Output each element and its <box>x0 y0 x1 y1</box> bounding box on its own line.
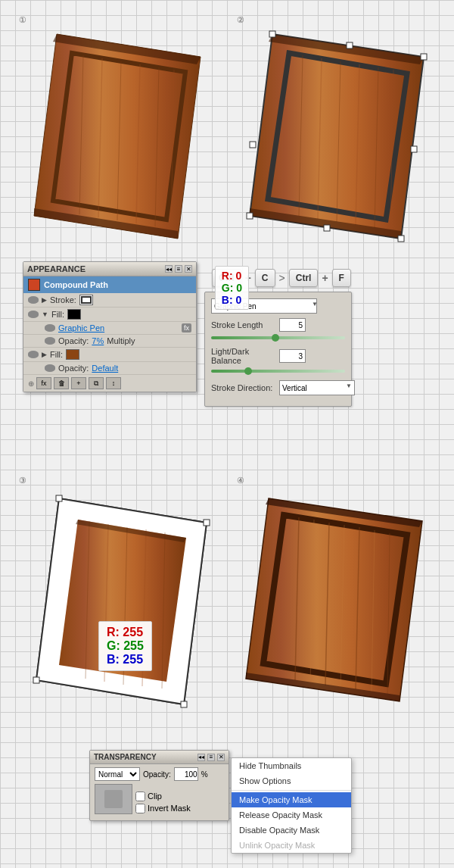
opacity-row-2: Opacity: Default <box>23 362 196 375</box>
menu-hide-thumbnails[interactable]: Hide Thumbnails <box>232 758 351 773</box>
trans-menu-btn[interactable]: ≡ <box>207 754 215 761</box>
svg-rect-41 <box>181 701 187 707</box>
panel-footer: ⊕ fx 🗑 + ⧉ ↕ <box>23 375 196 392</box>
move-btn[interactable]: ↕ <box>106 377 121 389</box>
wood-panel-2 <box>235 27 439 246</box>
trans-opacity-input[interactable] <box>174 767 198 781</box>
menu-divider-1 <box>232 790 351 791</box>
opacity-eye-icon-2[interactable] <box>45 364 55 372</box>
panel-controls: ◂◂ ≡ ✕ <box>165 265 192 273</box>
gp-stroke-length-row: Stroke Length <box>211 318 345 332</box>
opacity-value-1[interactable]: 7% <box>92 336 104 345</box>
gp-stroke-direction-wrap[interactable]: Vertical Horizontal Right Diagonal Left … <box>279 380 355 395</box>
trans-close-btn[interactable]: ✕ <box>217 754 225 761</box>
compound-path-swatch <box>28 279 40 291</box>
svg-rect-23 <box>247 213 253 219</box>
compound-path-label: Compound Path <box>44 280 108 289</box>
graphic-pen-link[interactable]: Graphic Pen <box>58 323 104 333</box>
opacity-row-1: Opacity: 7% Multiply <box>23 335 196 348</box>
section-4-num: ④ <box>237 476 244 486</box>
footer-drag-handle[interactable]: ⊕ <box>28 377 34 389</box>
clip-label: Clip <box>148 792 162 801</box>
panel-minimize-btn[interactable]: ◂◂ <box>165 265 173 273</box>
panel-menu-btn[interactable]: ≡ <box>175 265 182 273</box>
trans-minimize-btn[interactable]: ◂◂ <box>197 754 205 761</box>
gp-stroke-direction-row: Stroke Direction: Vertical Horizontal Ri… <box>211 380 345 395</box>
fill-label-1: Fill: <box>51 310 64 319</box>
svg-rect-42 <box>33 677 39 683</box>
trans-thumb-1 <box>95 784 132 814</box>
svg-rect-26 <box>250 142 256 148</box>
appearance-panel: APPEARANCE ◂◂ ≡ ✕ Compound Path R: 0 G: … <box>23 261 197 392</box>
menu-make-opacity-mask[interactable]: Make Opacity Mask <box>232 792 351 807</box>
gp-light-dark-thumb[interactable] <box>244 367 252 375</box>
fill-swatch-black <box>67 309 81 320</box>
wood-panel-3 <box>21 491 214 714</box>
transparency-panel: TRANSPARENCY ◂◂ ≡ ✕ Normal Multiply Scre… <box>89 750 229 821</box>
fill-row-1: ▼ Fill: <box>23 308 196 322</box>
stroke-arrow[interactable]: ▶ <box>42 296 47 304</box>
panel-close-btn[interactable]: ✕ <box>185 265 192 273</box>
multiply-mode: Multiply <box>107 336 135 345</box>
rgb-r-1: R: 0 <box>222 270 242 282</box>
svg-rect-39 <box>56 495 62 501</box>
rgb-b-2: B: 255 <box>107 653 144 667</box>
rgb-g-2: G: 255 <box>107 639 144 653</box>
svg-rect-25 <box>411 146 417 152</box>
rgb-box-2: R: 255 G: 255 B: 255 <box>98 621 152 671</box>
trans-mode-select[interactable]: Normal Multiply Screen <box>95 767 140 781</box>
invert-label: Invert Mask <box>148 804 191 813</box>
invert-row: Invert Mask <box>135 804 191 813</box>
invert-checkbox[interactable] <box>135 804 145 813</box>
fill-arrow-2[interactable]: ▶ <box>42 351 47 358</box>
gp-stroke-direction-label: Stroke Direction: <box>211 383 279 392</box>
menu-disable-opacity-mask[interactable]: Disable Opacity Mask <box>232 823 351 838</box>
fx-footer-btn[interactable]: fx <box>36 377 51 389</box>
gp-stroke-length-track[interactable] <box>211 336 345 339</box>
opacity-default[interactable]: Default <box>92 364 118 373</box>
svg-rect-27 <box>324 225 330 231</box>
transparency-titlebar: TRANSPARENCY ◂◂ ≡ ✕ <box>90 751 229 764</box>
c-key: C <box>255 269 275 287</box>
section-1-num: ① <box>19 15 26 25</box>
clip-row: Clip <box>135 792 191 801</box>
stroke-row: ▶ Stroke: <box>23 293 196 308</box>
ctrl-key-2: Ctrl <box>289 269 319 287</box>
trans-opacity-label: Opacity: <box>143 770 171 779</box>
fill-eye-icon-2[interactable] <box>28 351 39 358</box>
gp-light-dark-row: Light/Dark Balance <box>211 347 345 365</box>
wood-panel-1 <box>23 27 212 246</box>
gp-stroke-length-input[interactable] <box>279 318 306 332</box>
trans-thumbnails-row: Clip Invert Mask <box>95 784 224 814</box>
trans-panel-controls: ◂◂ ≡ ✕ <box>197 754 225 761</box>
transparency-body: Normal Multiply Screen Opacity: % Clip I… <box>90 764 229 820</box>
gp-stroke-direction-select[interactable]: Vertical Horizontal Right Diagonal Left … <box>279 380 355 395</box>
fill-eye-icon-1[interactable] <box>28 311 39 318</box>
fill-arrow-1[interactable]: ▼ <box>42 311 48 318</box>
new-item-btn[interactable]: + <box>71 377 86 389</box>
plus-2: + <box>322 272 328 284</box>
trans-percent: % <box>201 770 208 779</box>
gp-light-dark-input[interactable] <box>279 349 306 363</box>
duplicate-btn[interactable]: ⧉ <box>89 377 104 389</box>
wood-panel-4 <box>235 491 435 710</box>
gp-light-dark-track[interactable] <box>211 370 345 373</box>
rgb-b-1: B: 0 <box>222 294 242 306</box>
trash-btn[interactable]: 🗑 <box>54 377 69 389</box>
svg-rect-40 <box>204 520 210 526</box>
gp-stroke-length-thumb[interactable] <box>272 334 279 342</box>
opacity-eye-icon-1[interactable] <box>45 337 55 345</box>
clip-checkbox[interactable] <box>135 792 145 801</box>
rgb-box-1: R: 0 G: 0 B: 0 <box>215 266 249 310</box>
appearance-title: APPEARANCE <box>27 264 86 273</box>
gp-light-dark-label: Light/Dark Balance <box>211 347 279 365</box>
transparency-title: TRANSPARENCY <box>94 753 157 761</box>
svg-rect-21 <box>421 54 427 60</box>
graphic-pen-eye-icon[interactable] <box>45 324 55 332</box>
stroke-label: Stroke: <box>50 295 76 304</box>
opacity-label-1: Opacity: <box>58 336 89 345</box>
menu-release-opacity-mask[interactable]: Release Opacity Mask <box>232 807 351 823</box>
menu-show-options[interactable]: Show Options <box>232 773 351 788</box>
rgb-g-1: G: 0 <box>222 282 242 294</box>
stroke-eye-icon[interactable] <box>28 296 39 304</box>
